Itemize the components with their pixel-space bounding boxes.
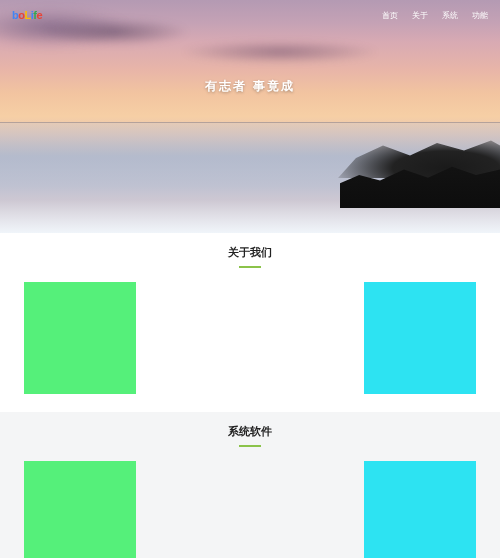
hero-banner: boLife 首页 关于 系统 功能 有志者 事竟成 [0, 0, 500, 233]
logo-char: e [36, 9, 42, 21]
hero-cloud [180, 40, 380, 64]
system-cards [0, 461, 500, 558]
site-logo[interactable]: boLife [12, 9, 42, 21]
system-card-cyan[interactable] [364, 461, 476, 558]
section-about: 关于我们 [0, 233, 500, 412]
section-title-system: 系统软件 [0, 424, 500, 439]
section-title-about: 关于我们 [0, 245, 500, 260]
nav-links: 首页 关于 系统 功能 [382, 10, 488, 21]
system-card-green[interactable] [24, 461, 136, 558]
hero-motto: 有志者 事竟成 [0, 78, 500, 95]
section-system: 系统软件 [0, 412, 500, 558]
nav-link-system[interactable]: 系统 [442, 10, 458, 21]
page-root: boLife 首页 关于 系统 功能 有志者 事竟成 关于我们 系统软件 知 [0, 0, 500, 558]
about-card-green[interactable] [24, 282, 136, 394]
about-cards [0, 282, 500, 394]
section-underline [239, 445, 261, 447]
nav-link-home[interactable]: 首页 [382, 10, 398, 21]
top-nav: boLife 首页 关于 系统 功能 [0, 0, 500, 30]
section-underline [239, 266, 261, 268]
nav-link-feature[interactable]: 功能 [472, 10, 488, 21]
nav-link-about[interactable]: 关于 [412, 10, 428, 21]
about-card-cyan[interactable] [364, 282, 476, 394]
